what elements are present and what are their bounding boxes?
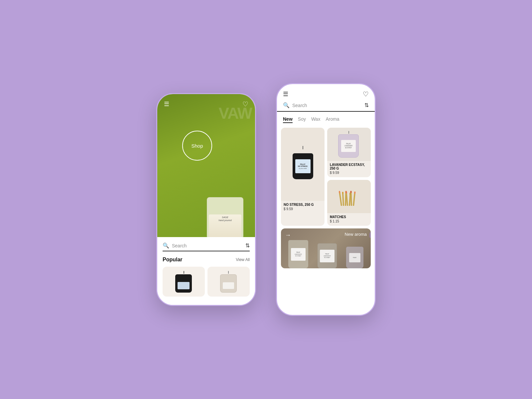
banner-candle-1: PALAYLAVENDERECSTASY — [288, 240, 308, 268]
left-search-input[interactable]: Search — [172, 243, 243, 248]
left-phone: ☰ ♡ VAW Shop SAGEhand poured 🔍 Search ⇅ … — [156, 93, 256, 306]
popular-product-2[interactable] — [207, 267, 250, 297]
right-search-icon: 🔍 — [283, 102, 290, 108]
product-grid: PALAYNO STRESSsoy wax candle NO STRESS, … — [277, 128, 375, 226]
category-tabs: New Soy Wax Aroma — [277, 116, 375, 123]
no-stress-price: $ 9.59 — [284, 207, 322, 211]
banner-candle-2: PALAYLAVENDERECSTASY — [318, 243, 337, 268]
right-search-bar[interactable]: 🔍 Search ⇅ — [277, 102, 375, 112]
right-heart-icon[interactable]: ♡ — [363, 90, 369, 98]
hamburger-icon[interactable]: ☰ — [164, 101, 169, 107]
right-phone: ☰ ♡ 🔍 Search ⇅ New Soy Wax Aroma PALAYNO… — [276, 83, 376, 316]
black-candle-icon — [175, 271, 193, 293]
right-topbar: ☰ ♡ — [277, 84, 375, 102]
lavender-info: LAVANDER ECSTASY, 250 G $ 9.59 — [327, 161, 371, 177]
popular-title: Popular — [163, 257, 183, 263]
banner-candle-3: PALAY — [346, 247, 363, 268]
no-stress-name: NO STRESS, 250 G — [284, 203, 322, 206]
glass-candle-icon — [219, 271, 238, 293]
popular-product-1[interactable] — [163, 267, 205, 297]
shop-button[interactable]: Shop — [182, 131, 212, 161]
banner-label: New aroma — [345, 232, 367, 237]
hero-watermark: VAW — [218, 104, 252, 122]
matches-price: $ 1.15 — [330, 219, 368, 223]
matches-info: MATCHES $ 1.15 — [327, 213, 371, 226]
popular-section-header: Popular View All — [163, 257, 250, 263]
matches-image — [327, 180, 371, 213]
right-filter-icon[interactable]: ⇅ — [364, 102, 369, 108]
tab-soy[interactable]: Soy — [298, 116, 306, 123]
tab-aroma[interactable]: Aroma — [326, 116, 339, 123]
popular-grid — [163, 267, 250, 297]
search-icon: 🔍 — [163, 242, 169, 249]
right-hamburger-icon[interactable]: ☰ — [283, 90, 288, 98]
lavender-price: $ 9.59 — [330, 171, 368, 175]
filter-icon[interactable]: ⇅ — [245, 242, 250, 249]
tab-new[interactable]: New — [283, 116, 293, 123]
matches-name: MATCHES — [330, 215, 368, 219]
tab-wax[interactable]: Wax — [311, 116, 320, 123]
left-search-bar[interactable]: 🔍 Search ⇅ — [163, 242, 250, 251]
lavender-candle-visual: PALAYLAVENDERECSTASY — [338, 131, 360, 158]
matches-visual — [338, 188, 360, 206]
no-stress-candle-visual: PALAYNO STRESSsoy wax candle — [290, 149, 315, 179]
no-stress-info: NO STRESS, 250 G $ 9.59 — [281, 201, 325, 213]
hero-candle: SAGEhand poured — [202, 181, 248, 237]
no-stress-card[interactable]: PALAYNO STRESSsoy wax candle NO STRESS, … — [281, 128, 325, 226]
lavender-card[interactable]: PALAYLAVENDERECSTASY LAVANDER ECSTASY, 2… — [327, 128, 371, 177]
candle-label: SAGEhand poured — [218, 216, 231, 222]
left-bottom-section: 🔍 Search ⇅ Popular View All — [157, 237, 255, 306]
left-hero-section: ☰ ♡ VAW Shop SAGEhand poured — [157, 94, 255, 237]
view-all-link[interactable]: View All — [236, 257, 250, 262]
new-aroma-banner[interactable]: → PALAYLAVENDERECSTASY PALAYLAVENDERECST… — [281, 228, 371, 268]
matches-card[interactable]: MATCHES $ 1.15 — [327, 180, 371, 226]
lavender-image: PALAYLAVENDERECSTASY — [327, 128, 371, 161]
lavender-name: LAVANDER ECSTASY, 250 G — [330, 163, 368, 170]
right-search-input[interactable]: Search — [292, 103, 362, 108]
no-stress-image: PALAYNO STRESSsoy wax candle — [281, 128, 325, 201]
